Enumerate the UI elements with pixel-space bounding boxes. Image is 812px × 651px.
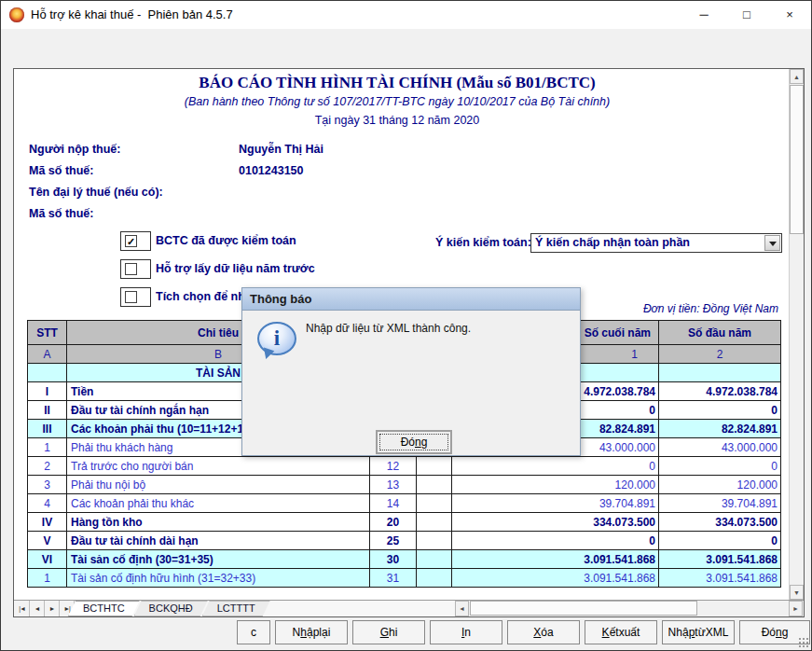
prev-year-data-checkbox-label: Hỗ trợ lấy dữ liệu năm trước	[156, 262, 315, 275]
sheet-tab-lctttt[interactable]: LCTTTT	[202, 601, 270, 616]
row-note	[417, 569, 452, 588]
vertical-scrollbar[interactable]: ▲ ▼	[789, 69, 804, 601]
value-begin-of-year[interactable]: 4.972.038.784	[659, 382, 781, 401]
audited-checkbox-mark[interactable]: ✓	[125, 235, 137, 247]
column-subheader: 2	[659, 345, 781, 364]
value-end-of-year[interactable]: 120.000	[452, 476, 659, 494]
value-begin-of-year[interactable]: 0	[659, 457, 781, 476]
tab-prev-icon[interactable]: ◄	[30, 601, 45, 616]
vertical-scrollbar-thumb[interactable]	[790, 85, 804, 234]
window-controls: ─ □ ×	[682, 1, 811, 29]
app-icon	[9, 7, 24, 22]
row-note	[417, 457, 452, 476]
column-header: Số đầu năm	[659, 321, 781, 345]
print-button[interactable]: In	[430, 620, 502, 644]
tab-nav-buttons: |◄ ◄ ► ►|	[15, 601, 75, 616]
row-stt: I	[28, 382, 67, 401]
third-option-checkbox-label: Tích chọn để nhậ	[156, 290, 252, 303]
minimize-button[interactable]: ─	[682, 1, 725, 29]
reset-button[interactable]: Nhập lại	[275, 620, 348, 644]
value-end-of-year: 3.091.541.868	[452, 550, 659, 569]
value-begin-of-year[interactable]: 39.704.891	[659, 494, 781, 513]
report-title: BÁO CÁO TÌNH HÌNH TÀI CHÍNH (Mẫu số B01/…	[14, 74, 780, 92]
value-begin-of-year[interactable]: 120.000	[659, 476, 781, 494]
tab-next-icon[interactable]: ►	[45, 601, 60, 616]
audited-checkbox[interactable]: ✓	[120, 231, 151, 251]
row-stt: 3	[28, 476, 67, 494]
tax-id-value: 0101243150	[239, 164, 304, 177]
value-begin-of-year: 3.091.541.868	[659, 550, 781, 569]
agent-name-label: Tên đại lý thuế (nếu có):	[29, 186, 163, 199]
prev-year-data-checkbox[interactable]	[120, 259, 151, 279]
value-begin-of-year[interactable]: 0	[659, 532, 781, 550]
combo-dropdown-button[interactable]	[764, 235, 780, 251]
prev-year-data-checkbox-mark[interactable]	[125, 263, 137, 275]
column-header: STT	[28, 321, 67, 345]
third-option-checkbox[interactable]	[120, 287, 151, 307]
value-begin-of-year[interactable]: 0	[659, 401, 781, 420]
import-xml-button[interactable]: Nhập từ XML	[662, 620, 735, 644]
row-code: 14	[370, 494, 417, 513]
sheet-tab-bckqhđ[interactable]: BCKQHĐ	[134, 601, 208, 616]
dialog-close-button[interactable]: Đóng	[376, 430, 452, 454]
value-end-of-year[interactable]: 39.704.891	[452, 494, 659, 513]
notification-dialog: Thông báo i Nhập dữ liệu từ XML thành cô…	[241, 287, 581, 456]
table-row: 3Phải thu nội bộ13120.000120.000	[28, 476, 781, 494]
table-row: IVHàng tồn kho20334.073.500334.073.500	[28, 513, 781, 532]
horizontal-scrollbar[interactable]: ◄ ►	[455, 601, 803, 616]
info-icon: i	[257, 322, 296, 355]
dialog-title: Thông báo	[242, 288, 580, 311]
audit-opinion-label: Ý kiến kiểm toán:	[435, 236, 531, 249]
row-stt: 4	[28, 494, 67, 513]
audit-opinion-value: Ý kiến chấp nhận toàn phần	[535, 236, 690, 249]
table-row: VĐầu tư tài chính dài hạn2500	[28, 532, 781, 550]
row-code: 30	[370, 550, 417, 569]
third-option-checkbox-mark[interactable]	[125, 291, 137, 303]
value-end-of-year[interactable]: 0	[452, 457, 659, 476]
row-stt: VI	[28, 550, 67, 569]
save-button[interactable]: Ghi	[352, 620, 425, 644]
maximize-button[interactable]: □	[725, 1, 768, 29]
horizontal-scrollbar-thumb[interactable]	[470, 601, 697, 616]
grid-cell	[659, 364, 781, 382]
sheet-tabs: BCTHTCBCKQHĐLCTTTT	[74, 601, 270, 616]
row-label: Đầu tư tài chính dài hạn	[67, 532, 370, 550]
row-code: 12	[370, 457, 417, 476]
row-stt: IV	[28, 513, 67, 532]
tab-first-icon[interactable]: |◄	[15, 601, 30, 616]
row-label: Trả trước cho người bán	[67, 457, 370, 476]
row-stt: 1	[28, 569, 67, 588]
title-bar: Hỗ trợ kê khai thuế - Phiên bản 4.5.7 ─ …	[1, 1, 811, 29]
partial-button[interactable]: c	[237, 620, 270, 644]
agent-tax-id-label: Mã số thuế:	[29, 207, 93, 220]
taxpayer-label: Người nộp thuế:	[29, 143, 120, 156]
row-note	[417, 494, 452, 513]
close-button[interactable]: ×	[768, 1, 811, 29]
value-end-of-year: 3.091.541.868	[452, 569, 659, 588]
row-code: 31	[370, 569, 417, 588]
export-button[interactable]: Kết xuất	[585, 620, 657, 644]
row-stt: V	[28, 532, 67, 550]
window-title: Hỗ trợ kê khai thuế - Phiên bản 4.5.7	[31, 1, 233, 29]
scroll-down-icon[interactable]: ▼	[790, 585, 804, 600]
row-stt: II	[28, 401, 67, 420]
value-begin-of-year[interactable]: 43.000.000	[659, 438, 781, 457]
value-begin-of-year[interactable]: 334.073.500	[659, 513, 781, 532]
resize-grip[interactable]	[798, 637, 808, 647]
currency-note: Đơn vị tiền: Đồng Việt Nam	[643, 302, 778, 315]
table-row: 2Trả trước cho người bán1200	[28, 457, 781, 476]
scroll-up-icon[interactable]: ▲	[790, 69, 804, 84]
row-code: 25	[370, 532, 417, 550]
value-end-of-year[interactable]: 0	[452, 532, 659, 550]
report-date: Tại ngày 31 tháng 12 năm 2020	[14, 114, 780, 127]
scroll-left-icon[interactable]: ◄	[455, 601, 469, 616]
value-end-of-year[interactable]: 334.073.500	[452, 513, 659, 532]
audit-opinion-select[interactable]: Ý kiến chấp nhận toàn phần	[530, 233, 782, 253]
audited-checkbox-label: BCTC đã được kiểm toán	[156, 234, 296, 247]
row-code: 20	[370, 513, 417, 532]
row-code: 13	[370, 476, 417, 494]
row-label: Tài sản cố định hữu hình (31=32+33)	[67, 569, 370, 588]
sheet-tab-bcthtc[interactable]: BCTHTC	[68, 601, 140, 616]
delete-button[interactable]: Xóa	[507, 620, 580, 644]
scroll-right-icon[interactable]: ►	[789, 601, 803, 616]
